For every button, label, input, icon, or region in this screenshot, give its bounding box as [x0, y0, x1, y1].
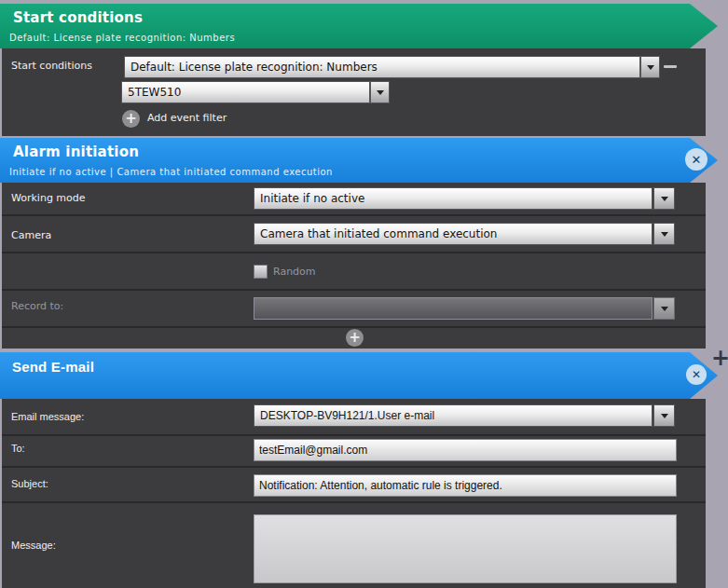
- record-to-dropdown-button: [653, 297, 675, 320]
- start-conditions-row-label: Start conditions: [11, 56, 92, 76]
- send-email-title: Send E-mail: [12, 359, 94, 375]
- chevron-down-icon: [661, 232, 668, 237]
- email-message-dropdown-button[interactable]: [653, 404, 675, 427]
- event-type-dropdown-button[interactable]: [640, 56, 660, 78]
- remove-filter-button[interactable]: [664, 65, 677, 68]
- event-type-dropdown[interactable]: Default: License plate recognition: Numb…: [124, 56, 640, 78]
- start-conditions-subtitle: Default: License plate recognition: Numb…: [9, 33, 235, 43]
- alarm-initiation-subtitle: Initiate if no active | Camera that init…: [9, 167, 333, 177]
- message-label: Message:: [11, 535, 56, 555]
- alarm-initiation-close-button[interactable]: ✕: [685, 148, 707, 171]
- to-label: To:: [11, 438, 25, 458]
- message-textarea[interactable]: [254, 514, 677, 583]
- working-mode-dropdown[interactable]: Initiate if no active: [254, 187, 652, 210]
- chevron-down-icon: [661, 197, 668, 201]
- random-label: Random: [273, 262, 316, 282]
- alarm-initiation-body: Working mode Initiate if no active Camer…: [2, 183, 706, 349]
- chevron-down-icon: [377, 90, 384, 95]
- email-message-label: Email message:: [11, 406, 84, 427]
- close-icon: ✕: [692, 153, 702, 167]
- chevron-down-icon: [661, 307, 668, 311]
- close-icon: ✕: [692, 368, 701, 381]
- send-email-header: Send E-mail: [0, 352, 718, 399]
- plate-number-value: 5TEW510: [128, 86, 181, 99]
- plate-number-dropdown[interactable]: 5TEW510: [121, 81, 370, 103]
- add-parameter-button[interactable]: +: [346, 329, 364, 347]
- plate-number-dropdown-button[interactable]: [370, 81, 390, 103]
- random-row: [2, 253, 706, 289]
- random-checkbox[interactable]: [254, 265, 268, 279]
- start-conditions-header: Start conditions Default: License plate …: [0, 4, 718, 48]
- camera-dropdown-button[interactable]: [653, 223, 675, 245]
- start-conditions-body: Start conditions Default: License plate …: [2, 48, 706, 136]
- working-mode-dropdown-button[interactable]: [653, 187, 675, 210]
- record-to-dropdown: [254, 297, 652, 320]
- chevron-down-icon: [661, 414, 668, 418]
- start-conditions-title: Start conditions: [13, 9, 143, 26]
- camera-dropdown[interactable]: Camera that initiated command execution: [254, 223, 652, 245]
- email-message-dropdown[interactable]: DESKTOP-BV9H121/1.User e-mail: [254, 404, 652, 427]
- record-to-label: Record to:: [11, 296, 63, 317]
- subject-label: Subject:: [11, 473, 48, 494]
- subject-input[interactable]: [254, 474, 677, 497]
- alarm-initiation-title: Alarm initiation: [13, 144, 139, 160]
- event-type-value: Default: License plate recognition: Numb…: [130, 61, 378, 74]
- working-mode-label: Working mode: [11, 188, 86, 209]
- alarm-initiation-header: Alarm initiation Initiate if no active |…: [0, 138, 718, 183]
- add-event-filter-icon[interactable]: +: [122, 110, 140, 128]
- working-mode-value: Initiate if no active: [260, 192, 364, 205]
- to-input[interactable]: [254, 439, 677, 461]
- email-message-value: DESKTOP-BV9H121/1.User e-mail: [260, 409, 434, 422]
- automatic-rule-editor: Start conditions Default: License plate …: [0, 0, 728, 588]
- send-email-body: Email message: DESKTOP-BV9H121/1.User e-…: [2, 399, 706, 588]
- add-event-filter-button[interactable]: Add event filter: [147, 108, 227, 129]
- camera-label: Camera: [11, 226, 51, 246]
- chevron-down-icon: [647, 65, 654, 70]
- send-email-close-button[interactable]: ✕: [686, 364, 707, 385]
- camera-value: Camera that initiated command execution: [260, 227, 497, 240]
- zoom-in-icon[interactable]: +: [711, 345, 728, 371]
